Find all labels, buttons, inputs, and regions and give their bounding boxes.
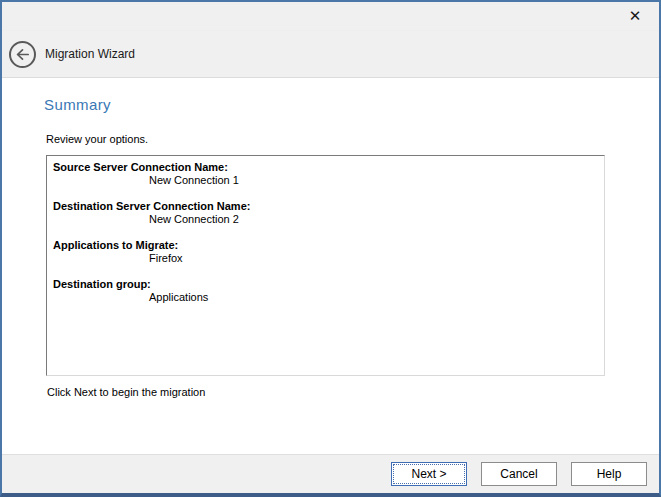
summary-entry: Source Server Connection Name: New Conne… (53, 161, 598, 187)
summary-entry-value: New Connection 1 (53, 174, 598, 187)
summary-entry-label: Destination Server Connection Name: (53, 200, 598, 213)
summary-entry-label: Source Server Connection Name: (53, 161, 598, 174)
button-bar: Next > Cancel Help (2, 454, 659, 493)
close-icon: ✕ (629, 7, 642, 24)
close-button[interactable]: ✕ (619, 4, 651, 28)
summary-entry: Destination group: Applications (53, 278, 598, 304)
footnote: Click Next to begin the migration (47, 386, 659, 398)
summary-entry-value: Firefox (53, 252, 598, 265)
titlebar: ✕ (2, 2, 659, 31)
migration-wizard-window: ✕ Migration Wizard Summary Review your o… (0, 0, 661, 497)
help-button[interactable]: Help (571, 462, 647, 486)
page-title: Summary (44, 96, 659, 113)
content-area: Summary Review your options. Source Serv… (2, 78, 659, 454)
page-subtitle: Review your options. (46, 133, 659, 145)
summary-entry-value: New Connection 2 (53, 213, 598, 226)
summary-box: Source Server Connection Name: New Conne… (46, 155, 605, 376)
wizard-title: Migration Wizard (45, 47, 135, 61)
wizard-header: Migration Wizard (2, 31, 659, 78)
next-button[interactable]: Next > (391, 462, 467, 486)
summary-entry: Destination Server Connection Name: New … (53, 200, 598, 226)
cancel-button[interactable]: Cancel (481, 462, 557, 486)
back-arrow-icon (14, 46, 31, 63)
summary-entry-value: Applications (53, 291, 598, 304)
back-button[interactable] (9, 41, 36, 68)
summary-entry-label: Destination group: (53, 278, 598, 291)
summary-entry: Applications to Migrate: Firefox (53, 239, 598, 265)
summary-entry-label: Applications to Migrate: (53, 239, 598, 252)
